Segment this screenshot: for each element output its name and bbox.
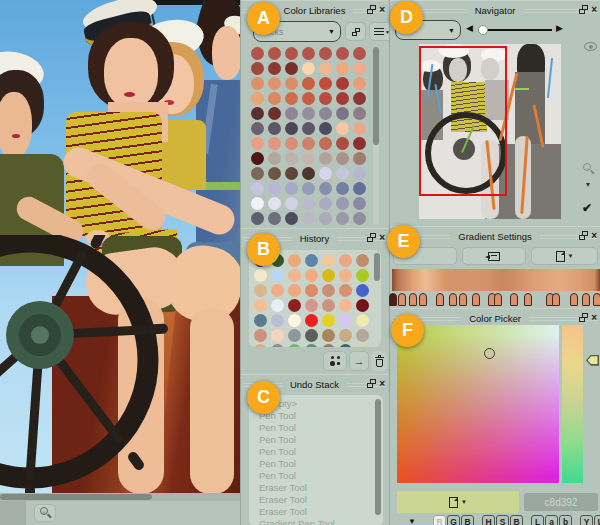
- color-swatch[interactable]: [339, 284, 352, 297]
- undo-stack-item[interactable]: Pen Tool: [259, 410, 383, 422]
- color-swatch[interactable]: [288, 329, 301, 342]
- color-swatch[interactable]: [268, 152, 281, 165]
- zoom-in-button[interactable]: ▶: [556, 23, 563, 33]
- color-swatch[interactable]: [285, 197, 298, 210]
- color-swatch[interactable]: [353, 197, 366, 210]
- color-swatch[interactable]: [251, 122, 264, 135]
- current-color-swatch[interactable]: ▼: [397, 491, 519, 513]
- color-swatch[interactable]: [339, 254, 352, 267]
- color-swatch[interactable]: [288, 284, 301, 297]
- color-swatch[interactable]: [356, 254, 369, 267]
- color-swatch[interactable]: [336, 62, 349, 75]
- color-swatch[interactable]: [288, 344, 301, 347]
- color-swatch[interactable]: [288, 314, 301, 327]
- gradient-stop-marker[interactable]: [459, 293, 467, 306]
- gradient-stop-marker[interactable]: [389, 293, 397, 306]
- color-swatch[interactable]: [319, 152, 332, 165]
- navigator-thumbnail[interactable]: [419, 44, 561, 219]
- color-swatch[interactable]: [251, 152, 264, 165]
- color-swatch[interactable]: [319, 212, 332, 225]
- apply-gradient-button[interactable]: [462, 247, 526, 265]
- color-swatch[interactable]: [336, 92, 349, 105]
- color-swatch[interactable]: [322, 329, 335, 342]
- color-swatch[interactable]: [336, 107, 349, 120]
- color-swatch[interactable]: [288, 269, 301, 282]
- color-swatch[interactable]: [336, 137, 349, 150]
- color-swatch[interactable]: [356, 314, 369, 327]
- color-mode-button-a[interactable]: a: [545, 515, 558, 525]
- hex-value-field[interactable]: c8d392: [524, 493, 598, 511]
- gradient-stop-marker[interactable]: [593, 293, 600, 306]
- color-swatch[interactable]: [322, 314, 335, 327]
- gradient-stop-marker[interactable]: [582, 293, 590, 306]
- color-swatch[interactable]: [336, 182, 349, 195]
- color-mode-button-u[interactable]: U: [594, 515, 600, 525]
- color-swatch[interactable]: [271, 314, 284, 327]
- gradient-stop-marker[interactable]: [472, 293, 480, 306]
- color-swatch[interactable]: [353, 182, 366, 195]
- history-apply-button[interactable]: →: [349, 351, 369, 371]
- color-swatch[interactable]: [339, 314, 352, 327]
- close-panel-icon[interactable]: ×: [379, 233, 385, 242]
- library-scrollbar[interactable]: [373, 47, 379, 225]
- color-mode-button-r[interactable]: R: [433, 515, 446, 525]
- history-clear-button[interactable]: [371, 351, 387, 371]
- color-mode-button-b[interactable]: B: [510, 515, 523, 525]
- color-swatch[interactable]: [356, 299, 369, 312]
- scrollbar-handle[interactable]: [374, 253, 380, 281]
- gradient-stop-marker[interactable]: [552, 293, 560, 306]
- zoom-slider-handle[interactable]: [478, 25, 488, 35]
- color-swatch[interactable]: [288, 254, 301, 267]
- color-swatch[interactable]: [353, 122, 366, 135]
- color-swatch[interactable]: [319, 92, 332, 105]
- color-swatch[interactable]: [288, 299, 301, 312]
- color-swatch[interactable]: [302, 62, 315, 75]
- undo-stack-item[interactable]: Pen Tool: [259, 458, 383, 470]
- color-mode-button-l[interactable]: L: [531, 515, 544, 525]
- history-group-button[interactable]: [323, 351, 347, 371]
- color-swatch[interactable]: [268, 197, 281, 210]
- color-swatch[interactable]: [268, 137, 281, 150]
- color-swatch[interactable]: [319, 77, 332, 90]
- gradient-preview-strip[interactable]: [392, 269, 600, 291]
- hue-strip-handle[interactable]: [586, 325, 599, 483]
- color-swatch[interactable]: [268, 47, 281, 60]
- close-panel-icon[interactable]: ×: [591, 231, 597, 240]
- color-swatch[interactable]: [322, 269, 335, 282]
- color-swatch[interactable]: [353, 167, 366, 180]
- gradient-stop-marker[interactable]: [570, 293, 578, 306]
- color-swatch[interactable]: [319, 62, 332, 75]
- gradient-stop-marker[interactable]: [494, 293, 502, 306]
- color-swatch[interactable]: [285, 152, 298, 165]
- color-swatch[interactable]: [353, 77, 366, 90]
- color-swatch[interactable]: [251, 167, 264, 180]
- color-swatch[interactable]: [302, 167, 315, 180]
- color-swatch[interactable]: [302, 122, 315, 135]
- duplicate-library-button[interactable]: [345, 22, 366, 41]
- color-swatch[interactable]: [271, 344, 284, 347]
- color-swatch[interactable]: [305, 299, 318, 312]
- color-swatch[interactable]: [251, 197, 264, 210]
- float-panel-icon[interactable]: [579, 313, 588, 322]
- scrollbar-handle[interactable]: [0, 494, 152, 500]
- color-swatch[interactable]: [322, 344, 335, 347]
- color-swatch[interactable]: [268, 212, 281, 225]
- color-swatch[interactable]: [353, 92, 366, 105]
- color-swatch[interactable]: [268, 62, 281, 75]
- color-swatch[interactable]: [302, 152, 315, 165]
- float-panel-icon[interactable]: [579, 231, 588, 240]
- color-swatch[interactable]: [268, 122, 281, 135]
- color-swatch[interactable]: [305, 329, 318, 342]
- color-mode-button-g[interactable]: G: [447, 515, 460, 525]
- color-swatch[interactable]: [285, 77, 298, 90]
- scrollbar-handle[interactable]: [375, 399, 381, 515]
- color-swatch[interactable]: [285, 47, 298, 60]
- color-swatch[interactable]: [319, 167, 332, 180]
- color-swatch[interactable]: [285, 182, 298, 195]
- gradient-file-menu-button[interactable]: ▼: [531, 247, 598, 265]
- close-panel-icon[interactable]: ×: [591, 313, 597, 322]
- undo-stack-item[interactable]: Pen Tool: [259, 446, 383, 458]
- color-field[interactable]: [397, 325, 559, 483]
- color-swatch[interactable]: [302, 212, 315, 225]
- color-swatch[interactable]: [336, 77, 349, 90]
